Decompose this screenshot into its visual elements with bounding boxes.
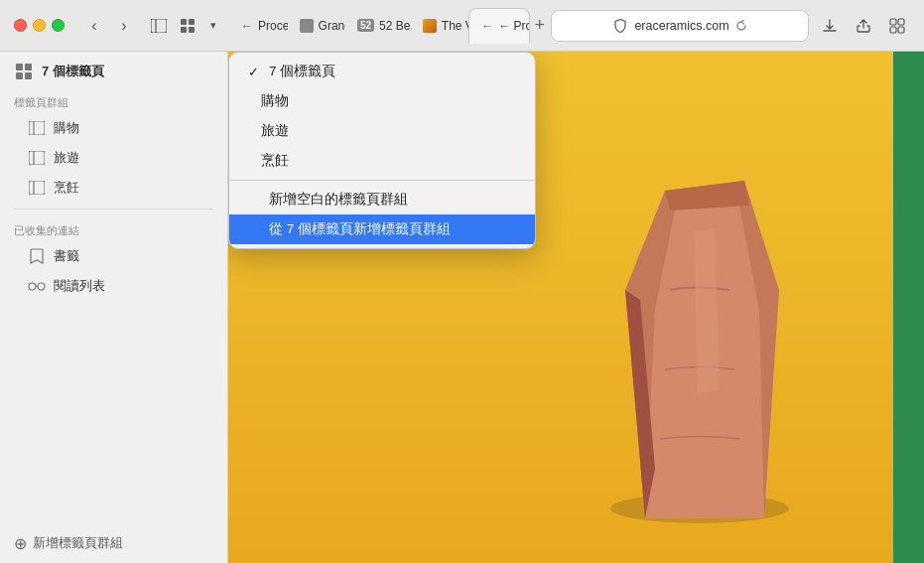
back-button[interactable]: ‹ [80, 12, 108, 40]
svg-point-20 [29, 283, 36, 290]
forward-button[interactable]: › [110, 12, 138, 40]
minimize-button[interactable] [33, 19, 46, 32]
dropdown-item-new-empty-group[interactable]: 新增空白的標籤頁群組 [229, 185, 535, 214]
tab-process[interactable]: ← Process / E… [229, 8, 288, 44]
svg-rect-14 [29, 121, 45, 135]
bookmarks-book-icon [28, 247, 46, 265]
grid-tabs-button[interactable] [882, 12, 912, 40]
sidebar-item-cooking[interactable]: 烹飪 [6, 174, 221, 202]
add-group-circle-icon: ⊕ [14, 534, 27, 553]
traffic-lights [0, 19, 65, 32]
svg-rect-16 [29, 151, 45, 165]
content-area: 7 個標籤頁 標籤頁群組 購物 旅遊 [0, 52, 924, 563]
reload-icon[interactable] [735, 20, 747, 32]
tab-grand-favicon [300, 19, 314, 33]
sidebar-grid-icon [14, 62, 34, 81]
tab-groups-section-label: 標籤頁群組 [0, 87, 227, 113]
titlebar: ‹ › ▾ ← Process / E… Grand Cen… [0, 0, 924, 52]
tabs-area: ← Process / E… Grand Cen… 52 52 Best Ban… [229, 0, 545, 51]
add-group-label: 新增標籤頁群組 [33, 535, 123, 552]
tab-group-dropdown-button[interactable] [176, 14, 199, 38]
sidebar-header: 7 個標籤頁 [0, 52, 227, 87]
address-bar[interactable]: eraceramics.com [551, 10, 809, 42]
sidebar-toggle-button[interactable] [144, 12, 174, 40]
close-button[interactable] [14, 19, 27, 32]
add-tab-button[interactable]: + [534, 12, 545, 40]
sidebar-title: 7 個標籤頁 [42, 63, 104, 80]
svg-rect-12 [16, 72, 23, 79]
svg-rect-5 [189, 27, 195, 33]
sidebar-item-bookmarks[interactable]: 書籤 [6, 242, 221, 270]
svg-rect-10 [16, 64, 23, 70]
download-button[interactable] [815, 12, 845, 40]
tab-best-badge: 52 [357, 19, 374, 32]
dropdown-menu: ✓ 7 個標籤頁 購物 旅遊 烹飪 新增空白的標籤頁群組 [228, 52, 536, 249]
sidebar-item-reading-list[interactable]: 閱讀列表 [6, 272, 221, 300]
svg-rect-7 [898, 19, 904, 25]
svg-rect-3 [189, 19, 195, 25]
sidebar: 7 個標籤頁 標籤頁群組 購物 旅遊 [0, 52, 228, 563]
tab-group-chevron-button[interactable]: ▾ [201, 14, 225, 38]
svg-rect-6 [890, 19, 896, 25]
tab-group-icon-shopping [28, 119, 46, 137]
sidebar-item-shopping[interactable]: 購物 [6, 114, 221, 142]
svg-rect-0 [151, 19, 167, 33]
address-text: eraceramics.com [634, 19, 728, 33]
reading-list-glasses-icon [28, 277, 46, 295]
tab-group-icon-travel [28, 149, 46, 167]
dropdown-checkmark: ✓ [245, 65, 261, 79]
tab-grand-central[interactable]: Grand Cen… [288, 8, 345, 44]
sidebar-divider [14, 209, 213, 210]
main-content: ✓ 7 個標籤頁 購物 旅遊 烹飪 新增空白的標籤頁群組 [228, 52, 924, 563]
svg-rect-11 [25, 64, 32, 70]
dropdown-item-shopping[interactable]: 購物 [229, 86, 535, 116]
fullscreen-button[interactable] [52, 19, 65, 32]
svg-point-21 [38, 283, 45, 290]
dropdown-divider [229, 180, 535, 181]
svg-rect-4 [181, 27, 187, 33]
svg-rect-9 [898, 27, 904, 33]
svg-rect-18 [29, 181, 45, 195]
svg-rect-26 [893, 52, 924, 563]
svg-rect-2 [181, 19, 187, 25]
tab-process-active[interactable]: ← ← Process /… [468, 8, 530, 44]
toolbar-right [815, 12, 924, 40]
tab-group-icon-cooking [28, 179, 46, 197]
security-shield-icon [612, 18, 628, 34]
nav-buttons: ‹ › [65, 12, 138, 40]
dropdown-item-travel[interactable]: 旅遊 [229, 116, 535, 146]
tab-vera[interactable]: The Vera L… [411, 8, 468, 44]
collections-section-label: 已收集的連結 [0, 215, 227, 241]
share-button[interactable] [849, 12, 878, 40]
sidebar-add-group-footer[interactable]: ⊕ 新增標籤頁群組 [0, 524, 227, 563]
svg-rect-13 [25, 72, 32, 79]
dropdown-item-cooking[interactable]: 烹飪 [229, 146, 535, 176]
dropdown-item-current-group[interactable]: ✓ 7 個標籤頁 [229, 57, 535, 86]
tab-vera-favicon [423, 19, 437, 33]
svg-rect-8 [890, 27, 896, 33]
tab-best-banoffee[interactable]: 52 52 Best Banof… [345, 8, 411, 44]
sidebar-item-travel[interactable]: 旅遊 [6, 144, 221, 172]
dropdown-item-from-tabs[interactable]: 從 7 個標籤頁新增標籤頁群組 [229, 214, 535, 244]
